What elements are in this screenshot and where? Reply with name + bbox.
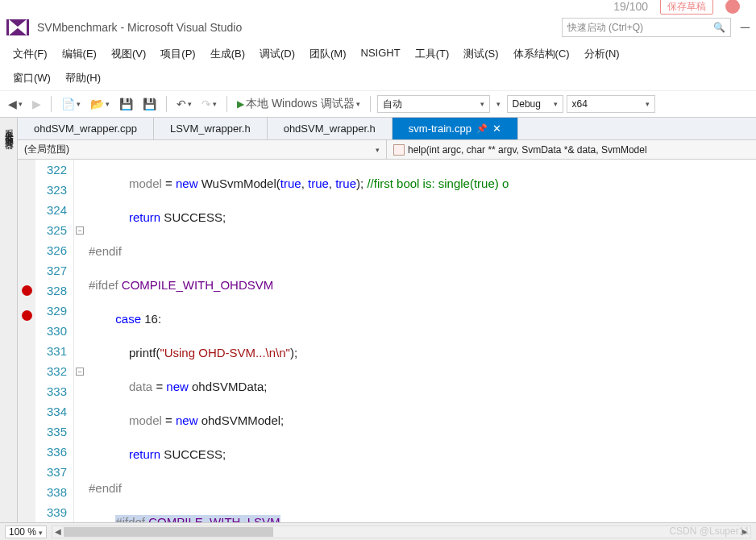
status-circle-icon (725, 0, 740, 14)
nav-forward-button[interactable]: ▶ (29, 96, 44, 112)
vs-logo-icon (6, 19, 29, 35)
platform-select[interactable]: x64▾ (567, 95, 655, 113)
new-project-button[interactable]: 📄▾ (58, 96, 84, 112)
redo-button[interactable]: ↷▾ (198, 96, 220, 112)
start-debug-button[interactable]: ▶ 本地 Windows 调试器 ▾ (234, 95, 363, 113)
window-title: SVMbenchmark - Microsoft Visual Studio (37, 21, 562, 34)
menu-edit[interactable]: 编辑(E) (56, 45, 103, 63)
menu-window[interactable]: 窗口(W) (6, 69, 57, 87)
navigation-bar: (全局范围)▾ help(int argc, char ** argv, Svm… (18, 140, 756, 160)
breakpoint-icon[interactable] (22, 310, 32, 321)
menu-analyze[interactable]: 分析(N) (578, 45, 626, 63)
tab-ohdsvm-wrapper-cpp[interactable]: ohdSVM_wrapper.cpp (18, 118, 154, 139)
zoom-select[interactable]: 100 % ▾ (5, 525, 47, 538)
menu-view[interactable]: 视图(V) (105, 45, 152, 63)
save-all-button[interactable]: 💾 (139, 96, 160, 112)
menu-project[interactable]: 项目(P) (154, 45, 201, 63)
menu-test[interactable]: 测试(S) (457, 45, 505, 63)
fold-gutter[interactable]: − − (74, 160, 85, 540)
scroll-thumb[interactable] (64, 527, 273, 537)
open-button[interactable]: 📂▾ (87, 96, 113, 112)
scope-dropdown[interactable]: (全局范围)▾ (18, 140, 387, 159)
config-extra-button[interactable]: ▾ (493, 98, 504, 110)
file-tabs: ohdSVM_wrapper.cpp LSVM_wrapper.h ohdSVM… (18, 118, 756, 140)
menu-nsight[interactable]: NSIGHT (355, 45, 407, 63)
save-button[interactable]: 💾 (116, 96, 136, 112)
scroll-left-icon[interactable]: ◀ (52, 526, 64, 538)
quick-launch-input[interactable]: 快速启动 (Ctrl+Q) 🔍 (562, 18, 731, 37)
menu-build[interactable]: 生成(B) (204, 45, 251, 63)
function-icon (393, 144, 405, 156)
window-controls: ─ (741, 20, 750, 35)
member-dropdown[interactable]: help(int argc, char ** argv, SvmData *& … (387, 140, 756, 159)
tab-lsvm-wrapper-h[interactable]: LSVM_wrapper.h (154, 118, 268, 139)
search-icon: 🔍 (713, 22, 725, 33)
pin-icon[interactable]: 📌 (476, 123, 488, 134)
editor-area: ohdSVM_wrapper.cpp LSVM_wrapper.h ohdSVM… (18, 118, 756, 540)
menu-tools[interactable]: 工具(T) (409, 45, 456, 63)
fold-toggle-icon[interactable]: − (76, 226, 84, 235)
line-numbers: 3223233243253263273283293303313323333343… (35, 160, 74, 540)
tab-svm-train-cpp[interactable]: svm-train.cpp📌✕ (393, 118, 518, 139)
toolbar: ◀ ▾ ▶ 📄▾ 📂▾ 💾 💾 ↶▾ ↷▾ ▶ 本地 Windows 调试器 ▾… (0, 90, 756, 118)
status-bar: 100 % ▾ ◀ ▶ (0, 522, 756, 540)
solution-config-select[interactable]: 自动▾ (377, 95, 490, 113)
server-explorer-tab[interactable]: 服务器资源管理器 (3, 123, 15, 538)
title-bar: SVMbenchmark - Microsoft Visual Studio 快… (0, 13, 756, 42)
nav-back-button[interactable]: ◀ ▾ (5, 96, 26, 112)
code-editor[interactable]: 3223233243253263273283293303313323333343… (18, 160, 756, 540)
breakpoint-gutter[interactable] (18, 160, 35, 540)
fold-toggle-icon[interactable]: − (76, 368, 84, 376)
build-config-select[interactable]: Debug▾ (507, 95, 563, 113)
main-area: 服务器资源管理器 工具箱 ohdSVM_wrapper.cpp LSVM_wra… (0, 118, 756, 540)
horizontal-scrollbar[interactable]: ◀ ▶ (52, 525, 751, 538)
breakpoint-icon[interactable] (22, 285, 32, 296)
quick-launch-placeholder: 快速启动 (Ctrl+Q) (567, 21, 643, 35)
side-tool-tabs: 服务器资源管理器 工具箱 (0, 118, 18, 540)
menu-file[interactable]: 文件(F) (6, 45, 54, 63)
counter: 19/100 (613, 0, 648, 13)
menu-help[interactable]: 帮助(H) (59, 69, 107, 87)
menu-team[interactable]: 团队(M) (303, 45, 353, 63)
menu-debug[interactable]: 调试(D) (253, 45, 301, 63)
code-content[interactable]: model = new WuSvmModel(true, true, true)… (85, 160, 756, 540)
undo-button[interactable]: ↶▾ (173, 96, 195, 112)
external-status: 19/100 保存草稿 (613, 0, 740, 13)
menu-arch[interactable]: 体系结构(C) (507, 45, 576, 63)
save-draft-button[interactable]: 保存草稿 (660, 0, 713, 15)
minimize-button[interactable]: ─ (741, 20, 750, 35)
menu-bar: 文件(F) 编辑(E) 视图(V) 项目(P) 生成(B) 调试(D) 团队(M… (0, 42, 756, 66)
close-icon[interactable]: ✕ (492, 123, 501, 135)
tab-ohdsvm-wrapper-h[interactable]: ohdSVM_wrapper.h (268, 118, 393, 139)
watermark: CSDN @Lsuper11 (669, 525, 750, 537)
menu-bar-2: 窗口(W) 帮助(H) (0, 66, 756, 90)
